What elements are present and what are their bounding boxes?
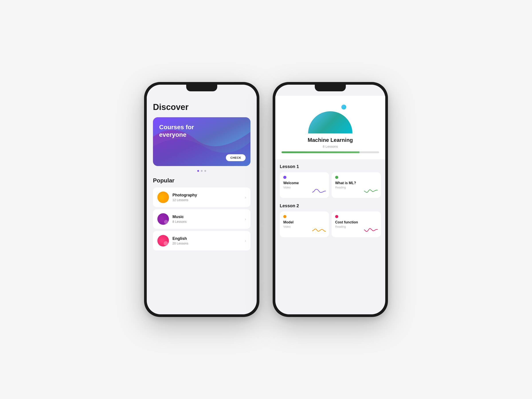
- screen-content-left: Discover: [147, 85, 257, 314]
- popular-title: Popular: [153, 177, 250, 184]
- course-icon-english: [157, 235, 169, 247]
- chevron-photography: ›: [245, 195, 246, 200]
- lesson-card-name-whatisml: What is ML?: [335, 181, 377, 185]
- sparkline-welcome: [311, 187, 327, 195]
- course-list: Photography 12 Lessons › Music 8 Lessons: [153, 188, 250, 250]
- left-phone: Discover: [144, 82, 259, 317]
- chevron-english: ›: [245, 239, 246, 243]
- sparkline-whatisml: [363, 187, 379, 195]
- lesson-1-cards: Welcome Video What is ML?: [280, 172, 381, 198]
- phone-screen-left: Discover: [147, 85, 257, 314]
- phone-notch-left: [186, 85, 217, 91]
- banner-card: Courses for everyone CHECK: [153, 117, 250, 166]
- phone-notch-right: [315, 85, 346, 91]
- lesson-card-welcome[interactable]: Welcome Video: [280, 172, 329, 198]
- progress-bar-fill: [282, 151, 360, 153]
- progress-bar-bg: [282, 151, 379, 153]
- course-lessons-photography: 12 Lessons: [172, 198, 241, 202]
- course-name-music: Music: [172, 215, 241, 219]
- course-info-photography: Photography 12 Lessons: [172, 193, 241, 202]
- lesson-dot-whatisml: [335, 176, 338, 179]
- lesson-2-cards: Model Video Cost function: [280, 211, 381, 237]
- dots-row: [153, 170, 250, 172]
- dot-2[interactable]: [201, 170, 203, 172]
- detail-screen: Machine Learning 8 Lessons Lesson 1 Welc…: [275, 96, 385, 238]
- course-info-music: Music 8 Lessons: [172, 215, 241, 223]
- chevron-music: ›: [245, 217, 246, 222]
- course-item-photography[interactable]: Photography 12 Lessons ›: [153, 188, 250, 207]
- lesson-card-name-welcome: Welcome: [283, 181, 325, 185]
- ml-graphic: [308, 102, 352, 133]
- dot-3[interactable]: [204, 170, 206, 172]
- course-item-music[interactable]: Music 8 Lessons ›: [153, 209, 250, 229]
- course-lessons-count: 8 Lessons: [323, 145, 338, 148]
- course-info-english: English 20 Lessons: [172, 236, 241, 245]
- ml-dot: [341, 105, 346, 109]
- sparkline-costfunction: [363, 226, 379, 234]
- lesson-group-2-title: Lesson 2: [280, 199, 381, 211]
- lesson-dot-welcome: [283, 176, 286, 179]
- course-item-english[interactable]: English 20 Lessons ›: [153, 231, 250, 250]
- course-name-english: English: [172, 236, 241, 241]
- course-icon-photography: [157, 191, 169, 203]
- course-lessons-english: 20 Lessons: [172, 242, 241, 245]
- ml-semicircle: [308, 111, 352, 133]
- banner-text: Courses for everyone: [159, 123, 208, 138]
- lesson-dot-costfunction: [335, 215, 338, 218]
- lesson-card-name-model: Model: [283, 220, 325, 224]
- lessons-section: Lesson 1 Welcome Video: [275, 160, 385, 238]
- lesson-card-costfunction[interactable]: Cost function Reading: [332, 211, 381, 237]
- screen-content-right: Machine Learning 8 Lessons Lesson 1 Welc…: [275, 85, 385, 314]
- lesson-card-whatisml[interactable]: What is ML? Reading: [332, 172, 381, 198]
- lesson-group-1-title: Lesson 1: [280, 160, 381, 172]
- phone-screen-right: Machine Learning 8 Lessons Lesson 1 Welc…: [275, 85, 385, 314]
- course-name-photography: Photography: [172, 193, 241, 197]
- lesson-dot-model: [283, 215, 286, 218]
- check-button[interactable]: CHECK: [226, 154, 246, 161]
- right-phone: Machine Learning 8 Lessons Lesson 1 Welc…: [273, 82, 388, 317]
- course-lessons-music: 8 Lessons: [172, 220, 241, 223]
- lesson-card-model[interactable]: Model Video: [280, 211, 329, 237]
- course-icon-music: [157, 213, 169, 225]
- phone-frame-left: Discover: [144, 82, 259, 317]
- discover-screen: Discover: [147, 96, 257, 257]
- phone-frame-right: Machine Learning 8 Lessons Lesson 1 Welc…: [273, 82, 388, 317]
- sparkline-model: [311, 226, 327, 234]
- lesson-card-name-costfunction: Cost function: [335, 220, 377, 224]
- course-header: Machine Learning 8 Lessons: [275, 96, 385, 160]
- course-title: Machine Learning: [308, 137, 353, 143]
- dot-1[interactable]: [197, 170, 199, 172]
- discover-title: Discover: [153, 102, 250, 112]
